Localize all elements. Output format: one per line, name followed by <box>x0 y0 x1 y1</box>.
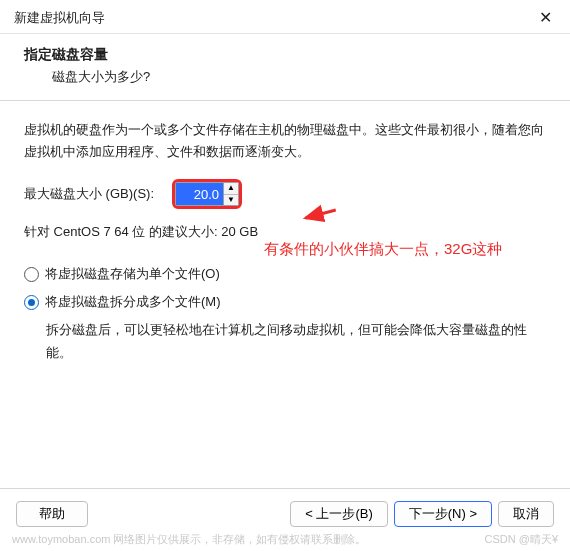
next-button[interactable]: 下一步(N) > <box>394 501 492 527</box>
svg-line-0 <box>306 199 336 229</box>
disk-description: 虚拟机的硬盘作为一个或多个文件存储在主机的物理磁盘中。这些文件最初很小，随着您向… <box>24 119 546 163</box>
radio-single-file-label: 将虚拟磁盘存储为单个文件(O) <box>45 263 220 285</box>
spin-up-button[interactable]: ▲ <box>224 183 238 195</box>
back-button[interactable]: < 上一步(B) <box>290 501 388 527</box>
cancel-button[interactable]: 取消 <box>498 501 554 527</box>
radio-split-files-label: 将虚拟磁盘拆分成多个文件(M) <box>45 291 221 313</box>
split-files-note: 拆分磁盘后，可以更轻松地在计算机之间移动虚拟机，但可能会降低大容量磁盘的性能。 <box>24 319 546 363</box>
watermark-right: CSDN @晴天¥ <box>484 532 558 547</box>
max-disk-size-label: 最大磁盘大小 (GB)(S): <box>24 183 154 205</box>
watermark-left: www.toymoban.com 网络图片仅供展示，非存储，如有侵权请联系删除。 <box>12 532 366 547</box>
disk-size-input[interactable] <box>175 182 223 206</box>
annotation-text: 有条件的小伙伴搞大一点，32G这种 <box>264 238 544 261</box>
help-button[interactable]: 帮助 <box>16 501 88 527</box>
window-title: 新建虚拟机向导 <box>14 9 105 27</box>
close-icon[interactable]: ✕ <box>535 8 556 27</box>
radio-split-files[interactable] <box>24 295 39 310</box>
spin-down-button[interactable]: ▼ <box>224 195 238 206</box>
page-title: 指定磁盘容量 <box>24 46 546 64</box>
page-subtitle: 磁盘大小为多少? <box>24 68 546 86</box>
radio-single-file[interactable] <box>24 267 39 282</box>
disk-size-spinner: ▲ ▼ <box>172 179 242 209</box>
